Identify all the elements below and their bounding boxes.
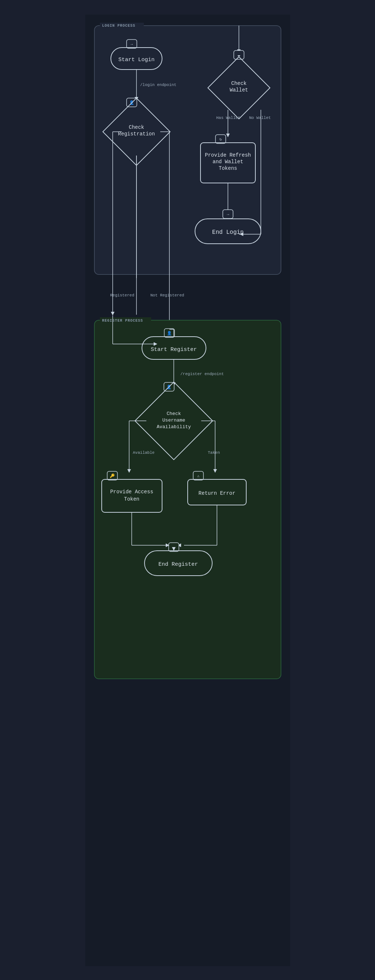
svg-text:→: → [226,212,229,216]
provide-access-token-label2: Token [124,496,139,502]
provide-tokens-label3: Tokens [218,165,237,171]
svg-text:↻: ↻ [219,137,222,142]
svg-text:⚠: ⚠ [197,474,199,478]
check-username-label2: Username [162,418,185,423]
check-username-label3: Availability [157,424,191,430]
provide-tokens-label2: and Wallet [212,159,243,165]
login-process-label: LOGIN PROCESS [102,24,135,28]
start-login-label: Start Login [118,57,154,63]
end-register-label: End Register [158,562,197,568]
end-login-label: End Login [212,229,243,235]
svg-rect-63 [102,479,162,512]
not-registered-label: Not Registered [150,293,184,298]
provide-tokens-label1: Provide Refresh [205,152,251,158]
svg-text:Registration: Registration [118,131,155,137]
svg-text:Wallet: Wallet [229,87,248,93]
available-label: Available [133,450,154,455]
provide-access-token-label1: Provide Access [110,489,153,495]
svg-text:🔑: 🔑 [110,473,115,478]
full-flow-diagram: LOGIN PROCESS → Start Login /login endpo… [85,14,290,966]
register-endpoint-label: /register endpoint [180,372,224,376]
svg-text:👤: 👤 [167,331,172,336]
login-endpoint-label: /login endpoint [140,83,176,87]
svg-text:→: → [130,42,133,46]
return-error-label: Return Error [198,490,235,496]
check-wallet-label: Check [231,81,246,86]
registered-label: Registered [110,293,134,298]
start-register-label: Start Register [150,347,197,353]
has-wallet-label: Has Wallet [216,116,240,120]
check-username-label1: Check [167,411,181,417]
register-process-label: REGISTER PROCESS [102,319,143,323]
taken-label: Taken [208,450,220,455]
check-registration-label: Check [129,124,144,130]
no-wallet-label: No Wallet [249,116,271,120]
